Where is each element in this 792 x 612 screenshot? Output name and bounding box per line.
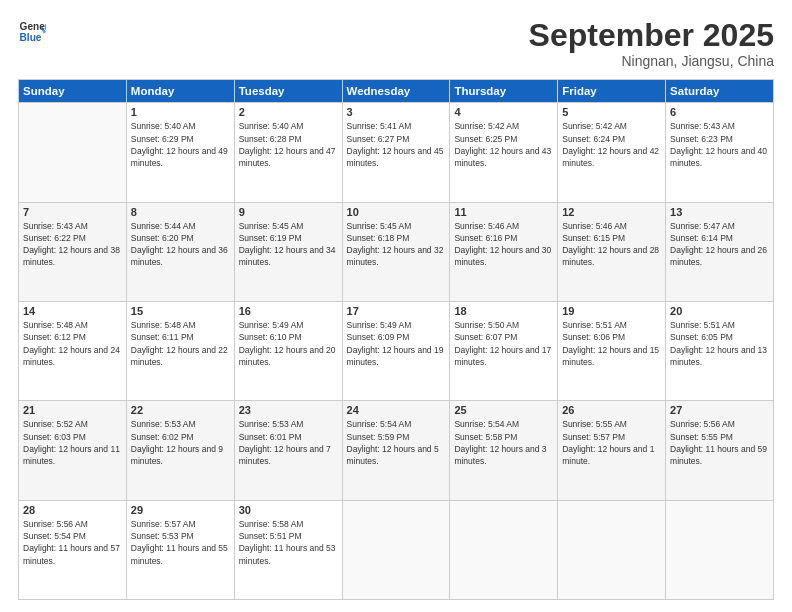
- table-row: 27Sunrise: 5:56 AMSunset: 5:55 PMDayligh…: [666, 401, 774, 500]
- day-info: Sunrise: 5:53 AMSunset: 6:02 PMDaylight:…: [131, 418, 230, 467]
- day-info: Sunrise: 5:51 AMSunset: 6:06 PMDaylight:…: [562, 319, 661, 368]
- day-number: 23: [239, 404, 338, 416]
- title-block: September 2025 Ningnan, Jiangsu, China: [529, 18, 774, 69]
- table-row: 25Sunrise: 5:54 AMSunset: 5:58 PMDayligh…: [450, 401, 558, 500]
- table-row: 15Sunrise: 5:48 AMSunset: 6:11 PMDayligh…: [126, 301, 234, 400]
- calendar-table: Sunday Monday Tuesday Wednesday Thursday…: [18, 79, 774, 600]
- page: General Blue September 2025 Ningnan, Jia…: [0, 0, 792, 612]
- day-info: Sunrise: 5:43 AMSunset: 6:23 PMDaylight:…: [670, 120, 769, 169]
- location: Ningnan, Jiangsu, China: [529, 53, 774, 69]
- day-number: 12: [562, 206, 661, 218]
- day-number: 27: [670, 404, 769, 416]
- day-info: Sunrise: 5:58 AMSunset: 5:51 PMDaylight:…: [239, 518, 338, 567]
- day-info: Sunrise: 5:42 AMSunset: 6:25 PMDaylight:…: [454, 120, 553, 169]
- table-row: [666, 500, 774, 599]
- day-info: Sunrise: 5:54 AMSunset: 5:59 PMDaylight:…: [347, 418, 446, 467]
- day-number: 22: [131, 404, 230, 416]
- day-info: Sunrise: 5:45 AMSunset: 6:18 PMDaylight:…: [347, 220, 446, 269]
- day-info: Sunrise: 5:55 AMSunset: 5:57 PMDaylight:…: [562, 418, 661, 467]
- table-row: 1Sunrise: 5:40 AMSunset: 6:29 PMDaylight…: [126, 103, 234, 202]
- table-row: 3Sunrise: 5:41 AMSunset: 6:27 PMDaylight…: [342, 103, 450, 202]
- month-title: September 2025: [529, 18, 774, 53]
- table-row: 8Sunrise: 5:44 AMSunset: 6:20 PMDaylight…: [126, 202, 234, 301]
- day-number: 7: [23, 206, 122, 218]
- day-number: 29: [131, 504, 230, 516]
- day-info: Sunrise: 5:56 AMSunset: 5:55 PMDaylight:…: [670, 418, 769, 467]
- table-row: 19Sunrise: 5:51 AMSunset: 6:06 PMDayligh…: [558, 301, 666, 400]
- day-info: Sunrise: 5:43 AMSunset: 6:22 PMDaylight:…: [23, 220, 122, 269]
- logo: General Blue: [18, 18, 46, 46]
- table-row: 20Sunrise: 5:51 AMSunset: 6:05 PMDayligh…: [666, 301, 774, 400]
- day-number: 1: [131, 106, 230, 118]
- table-row: [558, 500, 666, 599]
- day-info: Sunrise: 5:47 AMSunset: 6:14 PMDaylight:…: [670, 220, 769, 269]
- calendar-week-row: 14Sunrise: 5:48 AMSunset: 6:12 PMDayligh…: [19, 301, 774, 400]
- day-number: 10: [347, 206, 446, 218]
- day-info: Sunrise: 5:50 AMSunset: 6:07 PMDaylight:…: [454, 319, 553, 368]
- day-info: Sunrise: 5:46 AMSunset: 6:15 PMDaylight:…: [562, 220, 661, 269]
- weekday-header-row: Sunday Monday Tuesday Wednesday Thursday…: [19, 80, 774, 103]
- day-number: 30: [239, 504, 338, 516]
- header-monday: Monday: [126, 80, 234, 103]
- table-row: 12Sunrise: 5:46 AMSunset: 6:15 PMDayligh…: [558, 202, 666, 301]
- table-row: 16Sunrise: 5:49 AMSunset: 6:10 PMDayligh…: [234, 301, 342, 400]
- day-number: 3: [347, 106, 446, 118]
- table-row: 28Sunrise: 5:56 AMSunset: 5:54 PMDayligh…: [19, 500, 127, 599]
- day-info: Sunrise: 5:45 AMSunset: 6:19 PMDaylight:…: [239, 220, 338, 269]
- logo-icon: General Blue: [18, 18, 46, 46]
- svg-text:Blue: Blue: [20, 32, 42, 43]
- header-saturday: Saturday: [666, 80, 774, 103]
- day-number: 13: [670, 206, 769, 218]
- table-row: 10Sunrise: 5:45 AMSunset: 6:18 PMDayligh…: [342, 202, 450, 301]
- table-row: [342, 500, 450, 599]
- day-number: 16: [239, 305, 338, 317]
- day-number: 11: [454, 206, 553, 218]
- day-info: Sunrise: 5:57 AMSunset: 5:53 PMDaylight:…: [131, 518, 230, 567]
- day-info: Sunrise: 5:52 AMSunset: 6:03 PMDaylight:…: [23, 418, 122, 467]
- calendar-week-row: 1Sunrise: 5:40 AMSunset: 6:29 PMDaylight…: [19, 103, 774, 202]
- day-number: 20: [670, 305, 769, 317]
- day-info: Sunrise: 5:48 AMSunset: 6:12 PMDaylight:…: [23, 319, 122, 368]
- day-info: Sunrise: 5:56 AMSunset: 5:54 PMDaylight:…: [23, 518, 122, 567]
- table-row: 14Sunrise: 5:48 AMSunset: 6:12 PMDayligh…: [19, 301, 127, 400]
- day-number: 15: [131, 305, 230, 317]
- day-info: Sunrise: 5:49 AMSunset: 6:10 PMDaylight:…: [239, 319, 338, 368]
- table-row: 11Sunrise: 5:46 AMSunset: 6:16 PMDayligh…: [450, 202, 558, 301]
- day-number: 9: [239, 206, 338, 218]
- day-number: 5: [562, 106, 661, 118]
- day-number: 2: [239, 106, 338, 118]
- table-row: [19, 103, 127, 202]
- header-tuesday: Tuesday: [234, 80, 342, 103]
- day-number: 4: [454, 106, 553, 118]
- header: General Blue September 2025 Ningnan, Jia…: [18, 18, 774, 69]
- day-info: Sunrise: 5:40 AMSunset: 6:28 PMDaylight:…: [239, 120, 338, 169]
- table-row: 29Sunrise: 5:57 AMSunset: 5:53 PMDayligh…: [126, 500, 234, 599]
- table-row: 9Sunrise: 5:45 AMSunset: 6:19 PMDaylight…: [234, 202, 342, 301]
- table-row: 21Sunrise: 5:52 AMSunset: 6:03 PMDayligh…: [19, 401, 127, 500]
- table-row: 30Sunrise: 5:58 AMSunset: 5:51 PMDayligh…: [234, 500, 342, 599]
- day-number: 28: [23, 504, 122, 516]
- day-info: Sunrise: 5:51 AMSunset: 6:05 PMDaylight:…: [670, 319, 769, 368]
- table-row: 4Sunrise: 5:42 AMSunset: 6:25 PMDaylight…: [450, 103, 558, 202]
- day-info: Sunrise: 5:40 AMSunset: 6:29 PMDaylight:…: [131, 120, 230, 169]
- day-number: 19: [562, 305, 661, 317]
- header-thursday: Thursday: [450, 80, 558, 103]
- header-friday: Friday: [558, 80, 666, 103]
- day-number: 24: [347, 404, 446, 416]
- day-number: 14: [23, 305, 122, 317]
- day-number: 17: [347, 305, 446, 317]
- table-row: 18Sunrise: 5:50 AMSunset: 6:07 PMDayligh…: [450, 301, 558, 400]
- day-info: Sunrise: 5:42 AMSunset: 6:24 PMDaylight:…: [562, 120, 661, 169]
- calendar-week-row: 21Sunrise: 5:52 AMSunset: 6:03 PMDayligh…: [19, 401, 774, 500]
- table-row: 24Sunrise: 5:54 AMSunset: 5:59 PMDayligh…: [342, 401, 450, 500]
- calendar-week-row: 7Sunrise: 5:43 AMSunset: 6:22 PMDaylight…: [19, 202, 774, 301]
- day-info: Sunrise: 5:44 AMSunset: 6:20 PMDaylight:…: [131, 220, 230, 269]
- table-row: 23Sunrise: 5:53 AMSunset: 6:01 PMDayligh…: [234, 401, 342, 500]
- table-row: 7Sunrise: 5:43 AMSunset: 6:22 PMDaylight…: [19, 202, 127, 301]
- header-sunday: Sunday: [19, 80, 127, 103]
- day-number: 21: [23, 404, 122, 416]
- header-wednesday: Wednesday: [342, 80, 450, 103]
- day-number: 8: [131, 206, 230, 218]
- day-info: Sunrise: 5:49 AMSunset: 6:09 PMDaylight:…: [347, 319, 446, 368]
- day-info: Sunrise: 5:41 AMSunset: 6:27 PMDaylight:…: [347, 120, 446, 169]
